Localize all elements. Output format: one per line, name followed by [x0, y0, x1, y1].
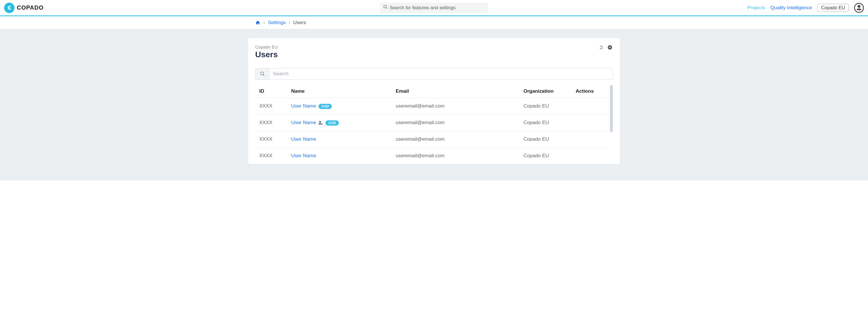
auth-provider-badge: AAD [318, 104, 332, 109]
refresh-button[interactable] [598, 45, 604, 50]
search-icon [260, 71, 265, 77]
cell-name: User Name [287, 131, 392, 148]
card-header: Copado EU Users [255, 45, 613, 59]
global-search[interactable] [380, 3, 488, 13]
search-icon-box [255, 68, 270, 79]
cell-email: useremail@email.com [392, 98, 519, 115]
cell-organization: Copado EU [519, 148, 571, 164]
col-header-actions: Actions [571, 85, 609, 98]
refresh-icon [598, 45, 604, 50]
table-search-input[interactable] [270, 68, 613, 79]
cell-actions [571, 131, 609, 148]
col-header-organization[interactable]: Organization [519, 85, 571, 98]
cell-name: User NameAAD [287, 98, 392, 115]
scrollbar-thumb[interactable] [610, 85, 613, 132]
copado-logo-icon [4, 3, 14, 13]
cell-organization: Copado EU [519, 115, 571, 131]
org-selector[interactable]: Copado EU [817, 4, 849, 12]
user-name-link[interactable]: User Name [291, 136, 316, 142]
cell-email: useremail@email.com [392, 148, 519, 164]
brand-logo[interactable]: COPADO [4, 3, 43, 13]
search-icon [383, 5, 388, 11]
auth-provider-badge: AAD [326, 120, 339, 125]
users-table: ID Name Email Organization Actions XXXXU… [255, 85, 609, 164]
cell-actions [571, 98, 609, 115]
cell-id: XXXX [255, 115, 287, 131]
cell-email: useremail@email.com [392, 115, 519, 131]
breadcrumb-bar: › Settings › Users [0, 16, 868, 29]
user-role-icon [318, 120, 323, 125]
user-avatar[interactable] [854, 3, 864, 13]
plus-circle-icon [607, 45, 613, 50]
user-name-link[interactable]: User Name [291, 120, 316, 125]
cell-organization: Copado EU [519, 98, 571, 115]
breadcrumb-current: Users [293, 20, 306, 26]
user-icon [856, 4, 863, 11]
user-name-link[interactable]: User Name [291, 103, 316, 109]
cell-actions [571, 115, 609, 131]
cell-id: XXXX [255, 148, 287, 164]
global-search-input[interactable] [390, 5, 485, 10]
top-bar: COPADO Projects Quality Intelligence Cop… [0, 0, 868, 16]
table-search [255, 68, 613, 80]
table-row: XXXXUser Nameuseremail@email.comCopado E… [255, 131, 609, 148]
table-row: XXXXUser Nameuseremail@email.comCopado E… [255, 148, 609, 164]
top-nav-right: Projects Quality Intelligence Copado EU [747, 3, 864, 13]
page-body: Copado EU Users [0, 29, 868, 180]
page-title: Users [255, 50, 278, 59]
cell-organization: Copado EU [519, 131, 571, 148]
nav-quality-intelligence[interactable]: Quality Intelligence [771, 5, 812, 11]
table-row: XXXXUser NameAADuseremail@email.comCopad… [255, 98, 609, 115]
cell-name: User NameAAD [287, 115, 392, 131]
breadcrumb-settings[interactable]: Settings [268, 20, 286, 26]
breadcrumb-separator: › [263, 20, 265, 26]
col-header-id[interactable]: ID [255, 85, 287, 98]
cell-id: XXXX [255, 98, 287, 115]
col-header-email[interactable]: Email [392, 85, 519, 98]
brand-name: COPADO [17, 4, 43, 11]
cell-id: XXXX [255, 131, 287, 148]
col-header-name[interactable]: Name [287, 85, 392, 98]
table-row: XXXXUser NameAADuseremail@email.comCopad… [255, 115, 609, 131]
breadcrumb-separator: › [288, 20, 290, 26]
cell-actions [571, 148, 609, 164]
scrollbar-track[interactable] [610, 85, 613, 164]
table-wrapper: ID Name Email Organization Actions XXXXU… [255, 85, 613, 164]
add-button[interactable] [607, 45, 613, 50]
card-subtitle: Copado EU [255, 45, 278, 50]
user-name-link[interactable]: User Name [291, 153, 316, 158]
cell-name: User Name [287, 148, 392, 164]
users-card: Copado EU Users [248, 38, 620, 164]
nav-projects[interactable]: Projects [747, 5, 765, 11]
home-icon[interactable] [255, 20, 260, 25]
cell-email: useremail@email.com [392, 131, 519, 148]
breadcrumb: › Settings › Users [248, 20, 620, 26]
